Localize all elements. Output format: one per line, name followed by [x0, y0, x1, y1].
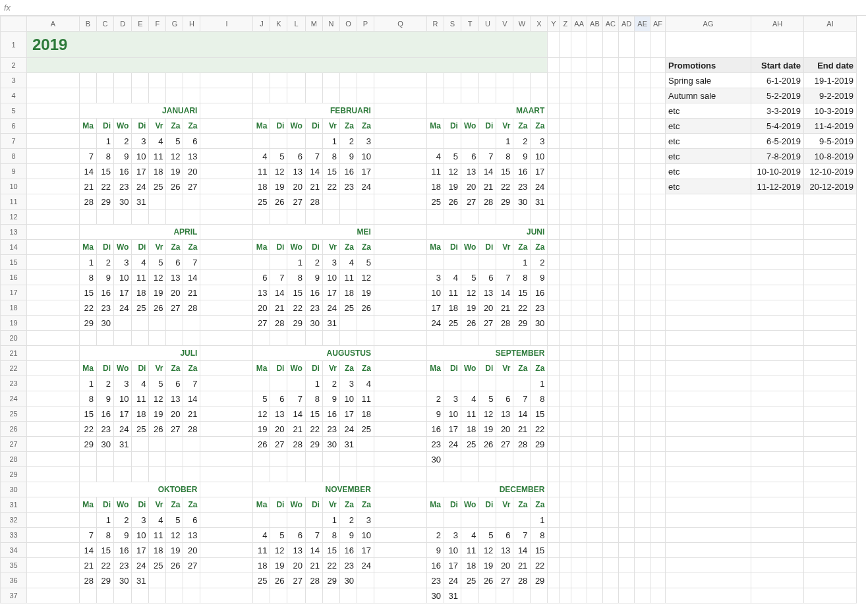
cell[interactable] — [374, 179, 426, 194]
calendar-day[interactable]: 4 — [461, 391, 478, 406]
cell[interactable] — [479, 210, 496, 225]
calendar-day[interactable]: 20 — [166, 285, 183, 300]
cell[interactable] — [305, 467, 322, 482]
cell[interactable] — [322, 588, 339, 603]
calendar-day[interactable]: 14 — [270, 285, 287, 300]
calendar-day[interactable]: 25 — [339, 300, 357, 316]
calendar-day[interactable]: 21 — [305, 558, 322, 573]
calendar-day[interactable]: 3 — [114, 376, 132, 391]
calendar-day[interactable]: 20 — [287, 179, 305, 194]
cell[interactable] — [587, 316, 603, 331]
cell[interactable] — [751, 316, 804, 331]
cell[interactable] — [114, 467, 132, 482]
calendar-day[interactable]: 14 — [183, 391, 200, 406]
cell[interactable] — [619, 467, 635, 482]
cell[interactable] — [587, 528, 603, 543]
cell[interactable] — [571, 331, 587, 346]
calendar-day[interactable]: 11 — [461, 543, 478, 558]
calendar-day[interactable]: 7 — [305, 149, 322, 164]
cell[interactable] — [619, 316, 635, 331]
calendar-day[interactable]: 20 — [183, 164, 200, 179]
cell[interactable] — [619, 225, 635, 240]
cell[interactable] — [374, 543, 426, 558]
calendar-day[interactable]: 16 — [426, 558, 444, 573]
calendar-day[interactable]: 16 — [426, 422, 444, 437]
cell[interactable] — [804, 437, 857, 452]
calendar-day[interactable]: 30 — [97, 437, 114, 452]
calendar-day[interactable]: 25 — [149, 558, 166, 573]
calendar-day[interactable]: 11 — [149, 528, 166, 543]
cell[interactable] — [531, 467, 548, 482]
calendar-day[interactable]: 29 — [322, 573, 339, 588]
calendar-day[interactable] — [166, 316, 183, 331]
calendar-day[interactable] — [287, 134, 305, 149]
cell[interactable] — [804, 225, 857, 240]
cell[interactable] — [619, 194, 635, 210]
calendar-day[interactable]: 9 — [97, 270, 114, 285]
calendar-day[interactable]: 15 — [322, 543, 339, 558]
cell[interactable] — [751, 361, 804, 376]
calendar-day[interactable]: 22 — [287, 300, 305, 316]
calendar-day[interactable] — [479, 513, 496, 528]
calendar-day[interactable]: 6 — [287, 528, 305, 543]
cell[interactable] — [374, 467, 426, 482]
calendar-day[interactable]: 17 — [114, 285, 132, 300]
calendar-day[interactable]: 17 — [444, 558, 461, 573]
cell[interactable] — [374, 225, 426, 240]
cell[interactable] — [587, 58, 603, 73]
cell[interactable] — [571, 300, 587, 316]
calendar-day[interactable]: 2 — [339, 134, 357, 149]
calendar-day[interactable]: 9 — [513, 149, 531, 164]
calendar-day[interactable]: 17 — [114, 406, 132, 422]
formula-bar[interactable]: fx — [0, 0, 866, 16]
calendar-day[interactable]: 26 — [444, 194, 461, 210]
calendar-day[interactable]: 8 — [531, 528, 548, 543]
cell[interactable] — [635, 316, 650, 331]
calendar-day[interactable]: 16 — [114, 164, 132, 179]
cell[interactable] — [374, 588, 426, 603]
cell[interactable] — [339, 452, 357, 467]
cell[interactable] — [635, 361, 650, 376]
calendar-day[interactable]: 10 — [444, 543, 461, 558]
cell[interactable] — [27, 164, 80, 179]
cell[interactable] — [804, 255, 857, 270]
cell[interactable] — [619, 103, 635, 119]
calendar-day[interactable]: 20 — [270, 422, 287, 437]
calendar-day[interactable]: 24 — [132, 179, 149, 194]
cell[interactable] — [27, 119, 80, 134]
cell[interactable] — [27, 452, 80, 467]
calendar-day[interactable] — [426, 255, 444, 270]
col-header-AC[interactable]: AC — [602, 16, 618, 32]
cell[interactable] — [357, 88, 374, 103]
cell[interactable] — [619, 164, 635, 179]
cell[interactable] — [339, 331, 357, 346]
cell[interactable] — [635, 406, 650, 422]
cell[interactable] — [548, 316, 560, 331]
calendar-day[interactable]: 13 — [496, 543, 513, 558]
calendar-day[interactable]: 29 — [97, 194, 114, 210]
calendar-day[interactable]: 19 — [479, 558, 496, 573]
promo-start[interactable]: 11-12-2019 — [751, 179, 804, 194]
calendar-day[interactable]: 19 — [461, 300, 478, 316]
cell[interactable] — [751, 285, 804, 300]
cell[interactable] — [132, 331, 149, 346]
cell[interactable] — [602, 437, 618, 452]
cell[interactable] — [571, 346, 587, 361]
cell[interactable] — [200, 270, 253, 285]
calendar-day[interactable]: 15 — [80, 406, 97, 422]
promo-start[interactable]: 3-3-2019 — [751, 103, 804, 119]
cell[interactable] — [635, 210, 650, 225]
promo-name[interactable]: Spring sale — [666, 73, 751, 88]
calendar-day[interactable]: 31 — [322, 316, 339, 331]
cell[interactable] — [666, 225, 751, 240]
calendar-day[interactable]: 11 — [426, 164, 444, 179]
calendar-day[interactable]: 10 — [357, 149, 374, 164]
cell[interactable] — [200, 103, 253, 119]
cell[interactable] — [548, 361, 560, 376]
calendar-day[interactable]: 28 — [305, 573, 322, 588]
cell[interactable] — [619, 452, 635, 467]
calendar-day[interactable]: 12 — [270, 543, 287, 558]
cell[interactable] — [619, 482, 635, 497]
calendar-day[interactable] — [183, 437, 200, 452]
cell[interactable] — [666, 210, 751, 225]
